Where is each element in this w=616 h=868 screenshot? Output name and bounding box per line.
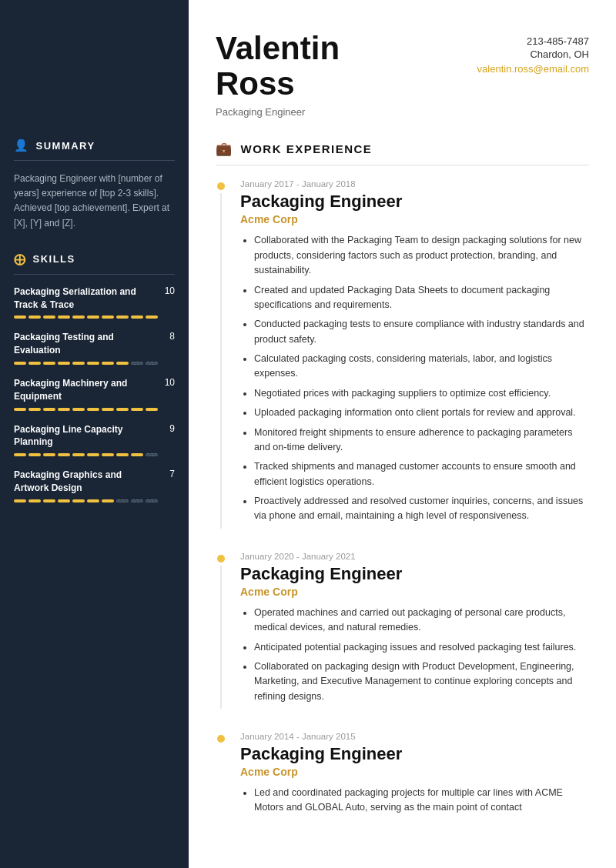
skill-dot bbox=[43, 453, 55, 456]
skill-item: Packaging Graphics and Artwork Design7 bbox=[14, 469, 175, 502]
skill-dot bbox=[28, 408, 41, 411]
skill-dot bbox=[14, 499, 26, 502]
skill-dot bbox=[116, 315, 129, 319]
skill-dot bbox=[102, 315, 114, 319]
skill-dot bbox=[131, 453, 143, 456]
work-content: January 2014 - January 2015Packaging Eng… bbox=[240, 732, 589, 820]
skill-name: Packaging Machinery and Equipment bbox=[14, 377, 164, 403]
work-bullets: Operated machines and carried out packag… bbox=[240, 606, 589, 704]
skill-name: Packaging Graphics and Artwork Design bbox=[14, 469, 164, 495]
skill-name: Packaging Serialization and Track & Trac… bbox=[14, 285, 164, 312]
work-date: January 2014 - January 2015 bbox=[240, 732, 589, 741]
work-experience-section: 💼 WORK EXPERIENCE January 2017 - January… bbox=[216, 141, 589, 820]
skill-score: 8 bbox=[164, 331, 175, 342]
skill-dot bbox=[102, 453, 114, 456]
header-right: 213-485-7487 Chardon, OH valentin.ross@e… bbox=[477, 35, 589, 75]
work-bullets: Led and coordinated packaging projects f… bbox=[240, 786, 589, 816]
work-bullets: Collaborated with the Packaging Team to … bbox=[240, 233, 589, 523]
skill-dot bbox=[131, 499, 143, 502]
skill-item: Packaging Line Capacity Planning9 bbox=[14, 423, 175, 457]
work-entries-list: January 2017 - January 2018Packaging Eng… bbox=[216, 179, 589, 820]
work-bullet-item: Led and coordinated packaging projects f… bbox=[254, 786, 589, 816]
skill-dot bbox=[131, 408, 143, 411]
skill-item: Packaging Serialization and Track & Trac… bbox=[14, 285, 175, 319]
work-company: Acme Corp bbox=[240, 766, 589, 778]
briefcase-icon: 💼 bbox=[216, 141, 233, 157]
skill-dot bbox=[87, 315, 99, 319]
skill-dot bbox=[72, 408, 85, 411]
skills-icon: ⨁ bbox=[14, 252, 27, 266]
skill-dot bbox=[28, 315, 41, 319]
work-bullet-item: Created and updated Packaging Data Sheet… bbox=[254, 283, 589, 313]
skill-item: Packaging Testing and Evaluation8 bbox=[14, 331, 175, 365]
skill-dot bbox=[87, 362, 99, 365]
work-bullet-item: Calculated packaging costs, considering … bbox=[254, 352, 589, 382]
work-bullet-item: Uploaded packaging information onto clie… bbox=[254, 406, 589, 420]
skill-dot bbox=[116, 499, 129, 502]
skill-dot bbox=[58, 453, 70, 456]
skill-score: 7 bbox=[164, 469, 175, 479]
skill-dot bbox=[28, 453, 41, 456]
resume-header: Valentin Ross Packaging Engineer 213-485… bbox=[216, 31, 589, 118]
work-entry: January 2014 - January 2015Packaging Eng… bbox=[216, 732, 589, 820]
skill-dot bbox=[43, 499, 55, 502]
work-entry: January 2017 - January 2018Packaging Eng… bbox=[216, 179, 589, 528]
work-date: January 2020 - January 2021 bbox=[240, 552, 589, 561]
work-experience-title: 💼 WORK EXPERIENCE bbox=[216, 141, 589, 157]
skill-dot bbox=[102, 362, 114, 365]
skill-dot bbox=[146, 362, 158, 365]
skill-dot bbox=[102, 408, 114, 411]
work-bullet-item: Proactively addressed and resolved custo… bbox=[254, 494, 589, 524]
skill-name: Packaging Testing and Evaluation bbox=[14, 331, 164, 357]
skill-dot bbox=[58, 408, 70, 411]
skill-dot bbox=[72, 499, 85, 502]
skill-dot bbox=[131, 362, 143, 365]
skill-score: 10 bbox=[164, 285, 175, 296]
summary-text: Packaging Engineer with [number of years… bbox=[14, 172, 175, 231]
skill-dot bbox=[28, 499, 41, 502]
person-icon: 👤 bbox=[14, 139, 30, 152]
work-job-title: Packaging Engineer bbox=[240, 744, 589, 764]
skill-bar bbox=[14, 362, 175, 365]
skill-dot bbox=[131, 315, 143, 319]
work-bullet-item: Collaborated with the Packaging Team to … bbox=[254, 233, 589, 278]
work-company: Acme Corp bbox=[240, 586, 589, 598]
work-bullet-item: Negotiated prices with packaging supplie… bbox=[254, 386, 589, 401]
skill-dot bbox=[116, 408, 129, 411]
skill-dot bbox=[43, 408, 55, 411]
work-bullet-item: Operated machines and carried out packag… bbox=[254, 606, 589, 636]
work-date: January 2017 - January 2018 bbox=[240, 179, 589, 189]
work-job-title: Packaging Engineer bbox=[240, 564, 589, 584]
skill-dot bbox=[14, 408, 26, 411]
work-company: Acme Corp bbox=[240, 213, 589, 225]
timeline-dot bbox=[217, 182, 225, 190]
timeline-dot bbox=[217, 555, 225, 563]
work-content: January 2017 - January 2018Packaging Eng… bbox=[240, 179, 589, 528]
header-left: Valentin Ross Packaging Engineer bbox=[216, 31, 340, 118]
timeline-line bbox=[220, 566, 222, 709]
skill-bar bbox=[14, 408, 175, 411]
candidate-name: Valentin Ross bbox=[216, 31, 340, 102]
work-bullet-item: Collaborated on packaging design with Pr… bbox=[254, 659, 589, 704]
skills-divider bbox=[14, 274, 175, 275]
skill-dot bbox=[146, 408, 158, 411]
skill-score: 10 bbox=[164, 377, 175, 388]
work-timeline bbox=[216, 732, 226, 820]
skill-dot bbox=[146, 315, 158, 319]
skill-dot bbox=[72, 453, 85, 456]
phone-number: 213-485-7487 bbox=[477, 35, 589, 47]
location: Chardon, OH bbox=[477, 48, 589, 60]
skill-dot bbox=[87, 453, 99, 456]
email-link[interactable]: valentin.ross@email.com bbox=[477, 63, 589, 75]
work-bullet-item: Anticipated potential packaging issues a… bbox=[254, 640, 589, 655]
skill-dot bbox=[58, 315, 70, 319]
work-timeline bbox=[216, 179, 226, 528]
summary-divider bbox=[14, 160, 175, 161]
skill-dot bbox=[146, 499, 158, 502]
skill-dot bbox=[14, 453, 26, 456]
work-bullet-item: Tracked shipments and managed customer a… bbox=[254, 459, 589, 489]
skills-section: ⨁ SKILLS Packaging Serialization and Tra… bbox=[14, 252, 175, 502]
sidebar: 👤 SUMMARY Packaging Engineer with [numbe… bbox=[0, 0, 189, 868]
skill-dot bbox=[43, 315, 55, 319]
skill-dot bbox=[146, 453, 158, 456]
